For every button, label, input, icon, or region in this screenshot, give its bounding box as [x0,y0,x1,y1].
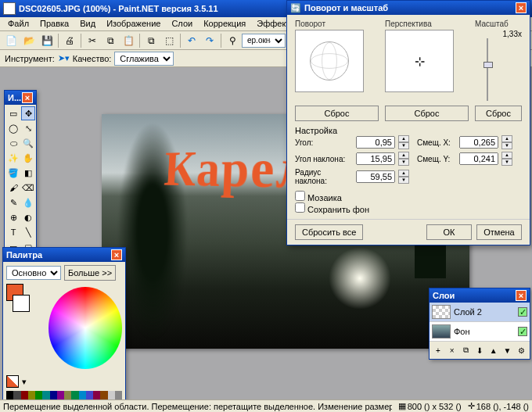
palette-panel: Палитра× Основной Больше >> ▾ [2,247,126,412]
persp-preview[interactable]: ⊹ [385,30,454,92]
reset-persp-button[interactable]: Сброс [385,106,469,121]
layer-item[interactable]: Фон✓ [430,322,530,342]
pencil-tool[interactable]: ✎ [6,195,20,210]
sun-glow [329,247,391,310]
tools-panel-title[interactable]: И...× [5,91,36,105]
delete-layer-icon[interactable]: × [446,344,458,356]
rect-select-tool[interactable]: ▭ [6,106,20,120]
keepbg-checkbox[interactable]: Сохранить фон [295,205,369,214]
cut-icon[interactable]: ✂ [84,32,101,49]
bucket-tool[interactable]: 🪣 [6,166,20,180]
window-fit-select[interactable]: ер.окна [242,34,286,48]
gradient-tool[interactable]: ◧ [21,166,35,180]
zoom-actual-icon[interactable]: ⚲ [224,32,241,49]
secondary-color[interactable] [13,295,30,312]
add-layer-icon[interactable]: + [432,344,444,356]
cancel-button[interactable]: Отмена [476,224,522,240]
new-icon[interactable]: 📄 [2,32,20,49]
color-wheel[interactable] [49,287,122,369]
layer-item[interactable]: Слой 2✓ [430,303,530,322]
offx-input[interactable] [459,136,498,149]
menu-image[interactable]: Изображение [102,18,165,30]
menu-adjust[interactable]: Коррекция [199,18,250,30]
recolor-tool[interactable]: ◐ [21,210,35,224]
scale-label: Масштаб [475,20,522,28]
ellipse-select-tool[interactable]: ⬭ [6,136,20,150]
reset-all-button[interactable]: Сбросить все [295,224,363,240]
offy-input[interactable] [459,152,498,165]
offx-label: Смещ. X: [417,138,456,147]
clone-tool[interactable]: ⊕ [6,210,20,224]
magic-wand-tool[interactable]: ✨ [6,151,20,165]
menu-edit[interactable]: Правка [35,18,74,30]
menu-layers[interactable]: Слои [167,18,197,30]
quality-select[interactable]: Сглажива... [114,52,174,66]
radius-label: Радиус наклона: [295,168,353,185]
radius-input[interactable] [356,170,395,183]
menu-file[interactable]: Файл [3,18,34,30]
swap-colors-icon[interactable] [6,375,19,388]
rotate-zoom-dialog: 🔄Поворот и масштаб× Поворот Перспектива … [286,0,530,245]
picker-tool[interactable]: 💧 [21,195,35,210]
spinner[interactable]: ▲▼ [398,135,409,149]
up-layer-icon[interactable]: ▲ [487,344,500,356]
menu-view[interactable]: Вид [75,18,100,30]
crop-icon[interactable]: ⧉ [142,32,160,49]
zoom-tool[interactable]: 🔍 [21,136,35,150]
reset-rotate-button[interactable]: Сброс [295,106,379,121]
save-icon[interactable]: 💾 [38,32,56,49]
close-icon[interactable]: × [22,92,33,103]
pan-tool[interactable]: ✋ [21,151,35,165]
props-layer-icon[interactable]: ⚙ [515,344,527,356]
tools-panel: И...× ▭ ✥ ◯ ⤡ ⬭ 🔍 ✨ ✋ 🪣 ◧ 🖌 ⌫ ✎ 💧 ⊕ ◐ T … [4,90,37,271]
close-icon[interactable]: × [516,290,527,301]
app-title: DSC02605.JPG (100%) - Paint.NET версия 3… [19,4,218,13]
active-tool-icon[interactable]: ➤▾ [58,53,70,63]
move-sel-tool[interactable]: ⤡ [21,121,35,135]
deselect-icon[interactable]: ⬚ [160,32,178,49]
tilt-label: Угол наклона: [295,155,353,163]
layer-visible-checkbox[interactable]: ✓ [518,327,527,336]
angle-label: Угол: [295,138,353,147]
eraser-tool[interactable]: ⌫ [21,181,35,195]
dup-layer-icon[interactable]: ⧉ [459,344,472,356]
dialog-title[interactable]: 🔄Поворот и масштаб× [287,1,530,15]
palette-title[interactable]: Палитра× [3,248,125,262]
close-icon[interactable]: × [111,249,122,260]
down-layer-icon[interactable]: ▼ [501,344,514,356]
print-icon[interactable]: 🖨 [61,32,78,49]
chevron-down-icon[interactable]: ▾ [22,377,27,387]
mosaic-checkbox[interactable]: Мозаика [295,193,342,202]
text-tool[interactable]: T [6,225,20,239]
merge-layer-icon[interactable]: ⬇ [473,344,486,356]
line-tool[interactable]: ╲ [21,225,35,239]
rotate-preview[interactable] [295,30,364,92]
paste-icon[interactable]: 📋 [120,32,137,49]
rotate-label: Поворот [295,20,379,28]
spinner[interactable]: ▲▼ [398,170,409,184]
angle-input[interactable] [356,136,395,149]
open-icon[interactable]: 📂 [20,32,38,49]
layer-thumb [432,324,451,339]
scale-slider[interactable] [487,38,510,101]
statusbar: Перемещение выделенной области. Перемеще… [0,399,532,412]
spinner[interactable]: ▲▼ [398,152,409,166]
tilt-input[interactable] [356,152,395,165]
reset-scale-button[interactable]: Сброс [475,106,522,121]
layer-visible-checkbox[interactable]: ✓ [518,307,527,317]
move-tool[interactable]: ✥ [21,106,35,120]
undo-icon[interactable]: ↶ [183,32,200,49]
status-pos: ✛ 168 (), -148 () [468,401,529,411]
redo-icon[interactable]: ↷ [201,32,218,49]
brush-tool[interactable]: 🖌 [6,181,20,195]
layers-title[interactable]: Слои× [430,288,530,303]
color-mode-select[interactable]: Основной [6,266,61,280]
ok-button[interactable]: ОК [426,224,472,240]
layer-thumb [432,305,451,319]
lasso-tool[interactable]: ◯ [6,121,20,135]
spinner[interactable]: ▲▼ [501,135,512,149]
copy-icon[interactable]: ⧉ [102,32,119,49]
more-button[interactable]: Больше >> [64,265,116,281]
spinner[interactable]: ▲▼ [501,152,512,166]
close-icon[interactable]: × [516,2,527,13]
